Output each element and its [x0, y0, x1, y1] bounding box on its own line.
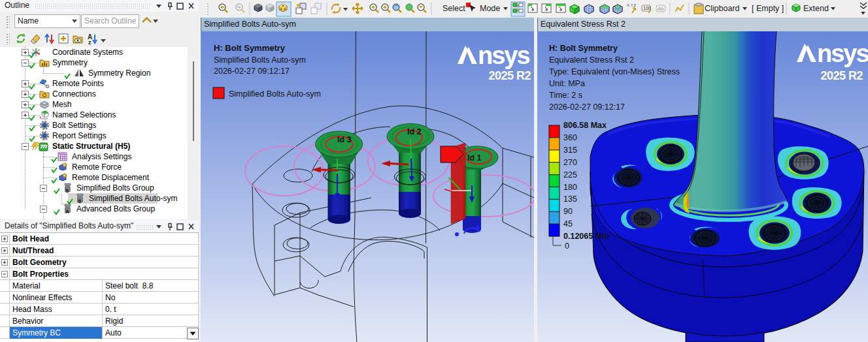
svg-text:Equivalent Stress Rst 2: Equivalent Stress Rst 2	[549, 55, 634, 65]
svg-text:H: Bolt Symmetry: H: Bolt Symmetry	[214, 43, 286, 53]
svg-text:[ Empty ]: [ Empty ]	[752, 4, 784, 13]
svg-text:Id 1: Id 1	[467, 153, 482, 163]
svg-text:2025 R2: 2025 R2	[488, 69, 531, 82]
svg-text:2026-02-27 09:12:17: 2026-02-27 09:12:17	[214, 67, 290, 76]
svg-text:Time: 2 s: Time: 2 s	[549, 91, 582, 100]
svg-text:Ab: Ab	[658, 6, 664, 12]
svg-text:Select: Select	[442, 4, 465, 13]
svg-text:S: S	[78, 198, 82, 204]
svg-text:Simplified Bolts Auto-sym: Simplified Bolts Auto-sym	[229, 89, 321, 99]
svg-text:90: 90	[563, 207, 573, 216]
svg-text:z: z	[88, 39, 92, 44]
svg-text:H: Bolt Symmetry: H: Bolt Symmetry	[549, 44, 618, 53]
svg-text:Clipboard: Clipboard	[705, 4, 740, 13]
svg-text:Id 2: Id 2	[407, 127, 422, 136]
svg-text:nsys: nsys	[817, 40, 868, 67]
svg-text:Unit: MPa: Unit: MPa	[549, 79, 585, 88]
svg-text:S: S	[65, 188, 69, 193]
svg-text:315: 315	[563, 146, 577, 155]
svg-text:100: 100	[643, 6, 651, 10]
svg-text:180: 180	[563, 183, 577, 192]
svg-text:360: 360	[563, 133, 577, 142]
svg-text:nsys: nsys	[478, 42, 529, 69]
svg-text:X.Y.Z: X.Y.Z	[627, 3, 637, 7]
svg-text:270: 270	[563, 158, 577, 167]
svg-text:806.58 Max: 806.58 Max	[563, 121, 607, 130]
svg-text:2026-02-27 09:12:17: 2026-02-27 09:12:17	[549, 102, 625, 112]
svg-text:Type: Equivalent (von-Mises) S: Type: Equivalent (von-Mises) Stress	[549, 67, 680, 76]
svg-text:0: 0	[565, 241, 569, 251]
svg-text:A: A	[65, 209, 69, 214]
svg-text:45: 45	[563, 219, 573, 228]
svg-text:135: 135	[563, 194, 577, 204]
svg-text:Mode: Mode	[480, 4, 500, 13]
svg-text:0.12065 Min: 0.12065 Min	[563, 232, 609, 241]
svg-text:2025 R2: 2025 R2	[820, 69, 863, 82]
svg-text:225: 225	[563, 170, 577, 179]
svg-text:Id 3: Id 3	[337, 135, 352, 144]
svg-text:Extend: Extend	[803, 4, 829, 13]
svg-text:Simplified Bolts Auto-sym: Simplified Bolts Auto-sym	[214, 55, 306, 65]
